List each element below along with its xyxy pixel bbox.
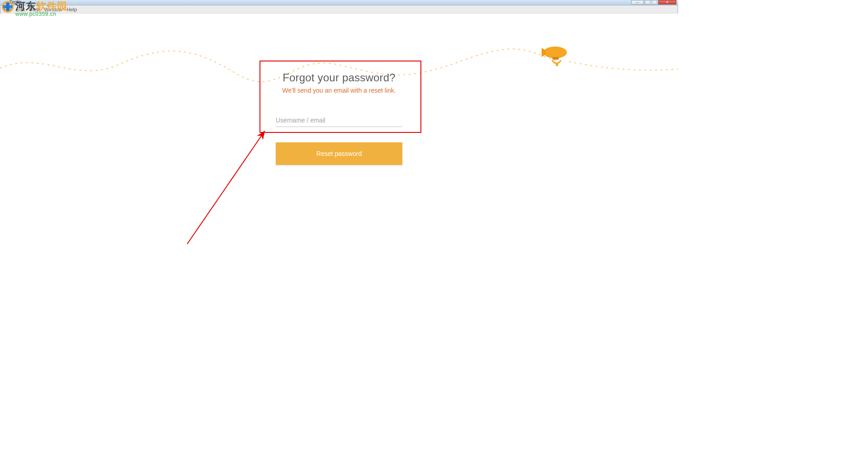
app-content: Forgot your password? We'll send you an … — [0, 14, 678, 367]
menu-help[interactable]: Help — [66, 7, 77, 12]
reset-password-button[interactable]: Reset password — [276, 142, 402, 165]
svg-rect-2 — [552, 57, 559, 60]
window-controls: — ☐ ✕ — [631, 0, 676, 5]
svg-point-0 — [543, 47, 567, 58]
card-subtitle: We'll send you an email with a reset lin… — [276, 87, 402, 94]
svg-point-3 — [556, 64, 558, 66]
username-email-input[interactable] — [276, 114, 402, 127]
menu-view[interactable]: View — [29, 7, 40, 12]
close-button[interactable]: ✕ — [658, 0, 676, 5]
menu-file[interactable]: File — [4, 7, 12, 12]
blimp-icon — [539, 45, 570, 66]
window-titlebar: Zeplin — ☐ ✕ — [0, 0, 678, 5]
menu-edit[interactable]: Edit — [16, 7, 25, 12]
card-title: Forgot your password? — [276, 71, 402, 84]
maximize-button[interactable]: ☐ — [645, 0, 657, 5]
reset-card: Forgot your password? We'll send you an … — [258, 59, 420, 165]
minimize-button[interactable]: — — [631, 0, 644, 5]
menubar: File Edit View Window Help — [0, 5, 678, 14]
menu-window[interactable]: Window — [44, 7, 62, 12]
svg-line-4 — [187, 132, 264, 244]
window-title: Zeplin — [9, 0, 21, 5]
svg-point-1 — [543, 47, 567, 58]
